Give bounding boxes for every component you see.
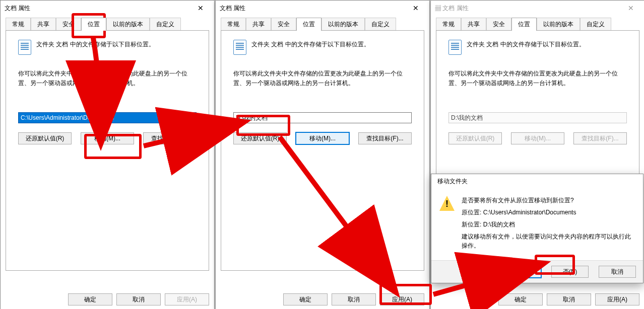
confirm-bar: 是(Y) 否(N) 取消 [431, 260, 643, 283]
ok-button[interactable]: 确定 [283, 293, 328, 305]
yes-button[interactable]: 是(Y) [504, 266, 541, 278]
tab-security[interactable]: 安全 [271, 18, 296, 31]
move-button: 移动(M)... [511, 132, 564, 144]
tabs: 常规 共享 安全 位置 以前的版本 自定义 [6, 18, 209, 31]
new-location: 新位置: D:\我的文档 [462, 220, 635, 229]
ok-button[interactable]: 确定 [498, 293, 543, 305]
titlebar: ▦ 文档 属性 ✕ [431, 1, 644, 16]
tabs: 常规 共享 安全 位置 以前的版本 自定义 [436, 18, 639, 31]
apply-button[interactable]: 应用(A) [165, 293, 209, 305]
no-button[interactable]: 否(N) [551, 266, 589, 278]
tab-share[interactable]: 共享 [31, 18, 56, 31]
info-text-2: 你可以将此文件夹中文件存储的位置更改为此硬盘上的另一个位置、另一个驱动器或网络上… [18, 69, 197, 88]
tab-share[interactable]: 共享 [246, 18, 271, 31]
restore-button[interactable]: 还原默认值(R) [18, 132, 72, 144]
confirm-cancel-button[interactable]: 取消 [599, 266, 636, 278]
tab-general[interactable]: 常规 [436, 18, 461, 31]
warning-icon [439, 196, 455, 211]
properties-dialog-2: 文档 属性 ✕ 常规 共享 安全 位置 以前的版本 自定义 文件夹 文档 中的文… [215, 0, 430, 309]
titlebar: 文档 属性 ✕ [216, 1, 429, 16]
cancel-button[interactable]: 取消 [116, 293, 161, 305]
close-icon[interactable]: ✕ [191, 4, 210, 12]
tabs: 常规 共享 安全 位置 以前的版本 自定义 [221, 18, 424, 31]
apply-button[interactable]: 应用(A) [595, 293, 639, 305]
find-target-button[interactable]: 查找目标(F)... [143, 132, 197, 144]
tab-security[interactable]: 安全 [486, 18, 511, 31]
tab-previous[interactable]: 以前的版本 [537, 18, 580, 31]
bottom-bar: 确定 取消 应用(A) [493, 289, 644, 309]
info-text-1: 文件夹 文档 中的文件存储于以下目标位置。 [251, 40, 370, 49]
info-text-2: 你可以将此文件夹中文件存储的位置更改为此硬盘上的另一个位置、另一个驱动器或网络上… [233, 69, 412, 88]
tab-previous[interactable]: 以前的版本 [321, 18, 365, 31]
tab-content: 文件夹 文档 中的文件存储于以下目标位置。 你可以将此文件夹中文件存储的位置更改… [221, 30, 424, 271]
document-icon [18, 40, 31, 55]
tab-security[interactable]: 安全 [56, 18, 81, 31]
confirm-text: 是否要将所有文件从原位置移动到新位置? 原位置: C:\Users\Admini… [462, 196, 635, 253]
properties-dialog-1: 文档 属性 ✕ 常规 共享 安全 位置 以前的版本 自定义 文件夹 文档 中的文… [0, 0, 215, 309]
move-button[interactable]: 移动(M)... [296, 132, 349, 144]
cancel-button[interactable]: 取消 [547, 293, 591, 305]
info-text-1: 文件夹 文档 中的文件存储于以下目标位置。 [467, 40, 585, 49]
tab-custom[interactable]: 自定义 [150, 18, 181, 31]
button-row: 还原默认值(R) 移动(M)... 查找目标(F)... [233, 132, 412, 144]
bottom-bar: 确定 取消 应用(A) [278, 289, 429, 309]
path-input [448, 112, 627, 123]
button-row: 还原默认值(R) 移动(M)... 查找目标(F)... [18, 132, 197, 144]
move-button[interactable]: 移动(M)... [81, 132, 134, 144]
tab-custom[interactable]: 自定义 [580, 18, 611, 31]
old-location: 原位置: C:\Users\Administrator\Documents [462, 208, 635, 217]
tab-general[interactable]: 常规 [6, 18, 31, 31]
apply-button[interactable]: 应用(A) [380, 293, 424, 305]
tab-content: 文件夹 文档 中的文件存储于以下目标位置。 你可以将此文件夹中文件存储的位置更改… [6, 30, 209, 271]
dialog-title: ▦ 文档 属性 [435, 4, 469, 13]
tab-share[interactable]: 共享 [461, 18, 486, 31]
find-target-button: 查找目标(F)... [573, 132, 627, 144]
tab-location[interactable]: 位置 [81, 18, 106, 31]
document-icon [448, 40, 462, 55]
confirm-title: 移动文件夹 [431, 174, 643, 189]
bottom-bar: 确定 取消 应用(A) [63, 289, 214, 309]
tab-previous[interactable]: 以前的版本 [106, 18, 150, 31]
close-icon[interactable]: ✕ [406, 4, 425, 12]
confirm-advice: 建议移动所有文件，以便需要访问文件夹内容的程序可以执行此操作。 [462, 232, 635, 250]
dialog-title: 文档 属性 [5, 4, 30, 13]
cancel-button[interactable]: 取消 [332, 293, 376, 305]
tab-general[interactable]: 常规 [221, 18, 246, 31]
find-target-button[interactable]: 查找目标(F)... [358, 132, 412, 144]
info-text-1: 文件夹 文档 中的文件存储于以下目标位置。 [36, 40, 155, 49]
restore-button: 还原默认值(R) [448, 132, 502, 144]
titlebar: 文档 属性 ✕ [1, 1, 214, 16]
button-row: 还原默认值(R) 移动(M)... 查找目标(F)... [448, 132, 627, 144]
ok-button[interactable]: 确定 [68, 293, 112, 305]
restore-button[interactable]: 还原默认值(R) [233, 132, 287, 144]
tab-custom[interactable]: 自定义 [365, 18, 396, 31]
dialog-title: 文档 属性 [220, 4, 245, 13]
info-text-2: 你可以将此文件夹中文件存储的位置更改为此硬盘上的另一个位置、另一个驱动器或网络上… [448, 69, 627, 88]
tab-location[interactable]: 位置 [296, 18, 321, 31]
move-confirm-dialog: 移动文件夹 是否要将所有文件从原位置移动到新位置? 原位置: C:\Users\… [431, 174, 643, 283]
path-input[interactable] [233, 112, 412, 123]
path-input[interactable] [18, 112, 197, 123]
close-icon[interactable]: ✕ [621, 4, 640, 12]
confirm-question: 是否要将所有文件从原位置移动到新位置? [462, 196, 635, 205]
tab-location[interactable]: 位置 [511, 18, 537, 31]
document-icon [233, 40, 246, 55]
